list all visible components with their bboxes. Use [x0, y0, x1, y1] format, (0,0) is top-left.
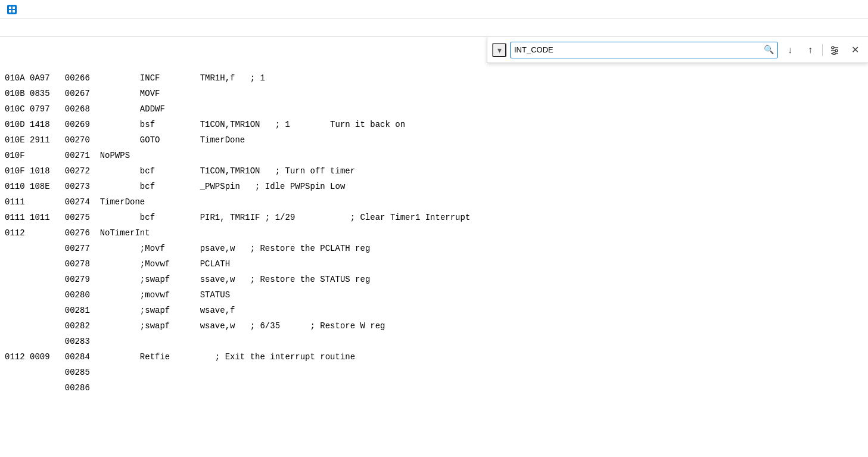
table-row: 00281 ;swapf wsave,f	[5, 303, 863, 318]
table-row: 0110 108E 00273 bcf _PWPSpin ; Idle PWPS…	[5, 179, 863, 194]
table-row: 010B 0835 00267 MOVF	[5, 86, 863, 101]
svg-rect-1	[13, 7, 15, 9]
table-row: 010F 1018 00272 bcf T1CON,TMR1ON ; Turn …	[5, 163, 863, 179]
search-icon: 🔍	[764, 42, 774, 58]
svg-rect-3	[13, 10, 15, 13]
svg-rect-0	[9, 7, 11, 9]
code-editor: 010A 0A97 00266 INCF TMR1H,f ; 1010B 083…	[0, 37, 868, 457]
table-row: 00283	[5, 334, 863, 349]
find-input[interactable]	[514, 45, 761, 54]
find-input-wrapper: 🔍	[510, 42, 778, 58]
find-next-button[interactable]: ↓	[782, 42, 798, 58]
table-row: 010A 0A97 00266 INCF TMR1H,f ; 1	[5, 70, 863, 86]
table-row: 0111 00274 TimerDone	[5, 194, 863, 210]
menu-view[interactable]	[31, 26, 45, 30]
table-row: 0111 1011 00275 bcf PIR1, TMR1IF ; 1/29 …	[5, 210, 863, 225]
table-row: 00278 ;Movwf PCLATH	[5, 256, 863, 272]
menu-file[interactable]	[2, 26, 17, 30]
find-divider	[822, 44, 823, 56]
table-row: 00285	[5, 365, 863, 380]
title-bar	[0, 0, 868, 19]
table-row: 010D 1418 00269 bsf T1CON,TMR1ON ; 1 Tur…	[5, 117, 863, 132]
app-icon	[7, 5, 17, 14]
table-row: 00280 ;movwf STATUS	[5, 287, 863, 303]
menu-bar	[0, 19, 868, 37]
table-row: 010F 00271 NoPWPS	[5, 148, 863, 163]
svg-point-7	[835, 49, 838, 52]
table-row: 00277 ;Movf psave,w ; Restore the PCLATH…	[5, 241, 863, 256]
table-row: 010E 2911 00270 GOTO TimerDone	[5, 132, 863, 148]
table-row: 00279 ;swapf ssave,w ; Restore the STATU…	[5, 272, 863, 287]
find-close-button[interactable]: ✕	[847, 42, 863, 58]
table-row: 00286	[5, 380, 863, 396]
svg-point-9	[833, 52, 835, 55]
table-row: 00282 ;swapf wsave,w ; 6/35 ; Restore W …	[5, 318, 863, 334]
find-prev-button[interactable]: ↑	[802, 42, 819, 58]
table-row: 010C 0797 00268 ADDWF	[5, 101, 863, 117]
find-bar: ▾ 🔍 ↓ ↑ ✕	[487, 37, 868, 63]
table-row: 0112 0009 00284 Retfie ; Exit the interr…	[5, 349, 863, 365]
table-row: 0112 00276 NoTimerInt	[5, 225, 863, 241]
menu-edit[interactable]	[17, 26, 31, 30]
find-expand-button[interactable]: ▾	[492, 43, 506, 57]
svg-point-5	[832, 46, 834, 49]
find-options-button[interactable]	[826, 42, 843, 58]
svg-rect-2	[9, 10, 11, 13]
